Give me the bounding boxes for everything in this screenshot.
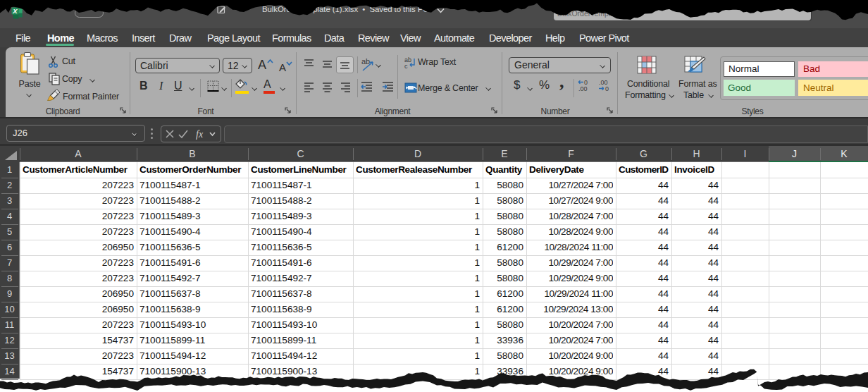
svg-text:0: 0	[605, 85, 609, 92]
svg-text:ab: ab	[361, 57, 370, 66]
svg-text:.00: .00	[578, 85, 588, 92]
svg-text:c: c	[404, 63, 408, 70]
svg-text:fx: fx	[196, 129, 204, 140]
